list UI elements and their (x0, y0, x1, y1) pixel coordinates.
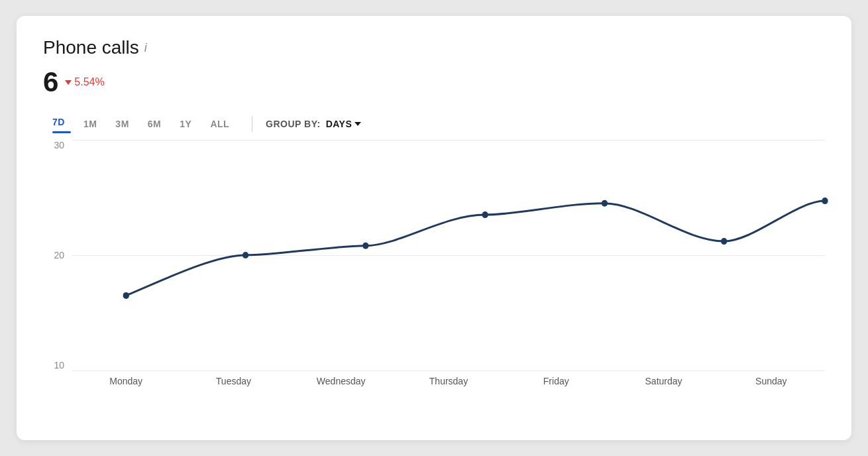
dot-thursday (482, 211, 488, 218)
time-filters: 7D 1M 3M 6M 1Y ALL (43, 114, 239, 133)
x-label-friday: Friday (502, 376, 610, 386)
x-label-tuesday: Tuesday (180, 376, 287, 386)
page-title: Phone calls (43, 37, 139, 58)
metric-change-pct: 5.54% (74, 76, 104, 88)
group-by-dropdown[interactable]: DAYS (326, 119, 362, 129)
x-label-thursday: Thursday (395, 376, 502, 386)
chevron-down-icon (354, 122, 361, 126)
dot-sunday (822, 198, 828, 204)
dot-wednesday (362, 243, 368, 249)
chart-area: 30 20 10 M (43, 140, 825, 392)
dot-tuesday (243, 252, 248, 258)
time-btn-7d[interactable]: 7D (43, 114, 74, 130)
line-chart-svg (72, 140, 825, 370)
x-label-sunday: Sunday (718, 376, 825, 386)
controls-divider (252, 116, 252, 132)
info-icon[interactable]: i (144, 41, 147, 55)
active-underline (52, 131, 71, 133)
metric-change: 5.54% (65, 76, 104, 88)
x-label-wednesday: Wednesday (288, 376, 395, 386)
y-label-30: 30 (43, 140, 70, 150)
chart-line (126, 201, 825, 296)
metric-row: 6 5.54% (43, 66, 825, 98)
time-filter-wrapper-7d: 7D (43, 114, 74, 133)
x-axis-labels: Monday Tuesday Wednesday Thursday Friday… (72, 370, 825, 392)
y-label-20: 20 (43, 250, 70, 260)
group-by-label: GROUP BY: (266, 119, 321, 129)
time-btn-6m[interactable]: 6M (138, 116, 170, 132)
trend-down-icon (65, 80, 72, 85)
chart-inner (72, 140, 825, 370)
group-by-control: GROUP BY: DAYS (266, 119, 361, 129)
time-btn-1m[interactable]: 1M (74, 116, 106, 132)
title-row: Phone calls i (43, 37, 825, 58)
x-label-monday: Monday (72, 376, 180, 386)
dot-saturday (721, 238, 727, 245)
phone-calls-card: Phone calls i 6 5.54% 7D 1M 3M 6M 1Y ALL… (17, 16, 851, 440)
y-axis-labels: 30 20 10 (43, 140, 70, 392)
dot-friday (602, 200, 608, 207)
dot-monday (123, 292, 129, 299)
x-label-saturday: Saturday (610, 376, 717, 386)
time-btn-all[interactable]: ALL (201, 116, 239, 132)
metric-value: 6 (43, 66, 58, 98)
controls-row: 7D 1M 3M 6M 1Y ALL GROUP BY: DAYS (43, 114, 825, 133)
time-btn-3m[interactable]: 3M (106, 116, 138, 132)
group-by-value: DAYS (326, 119, 353, 129)
y-label-10: 10 (43, 360, 70, 370)
time-btn-1y[interactable]: 1Y (170, 116, 201, 132)
